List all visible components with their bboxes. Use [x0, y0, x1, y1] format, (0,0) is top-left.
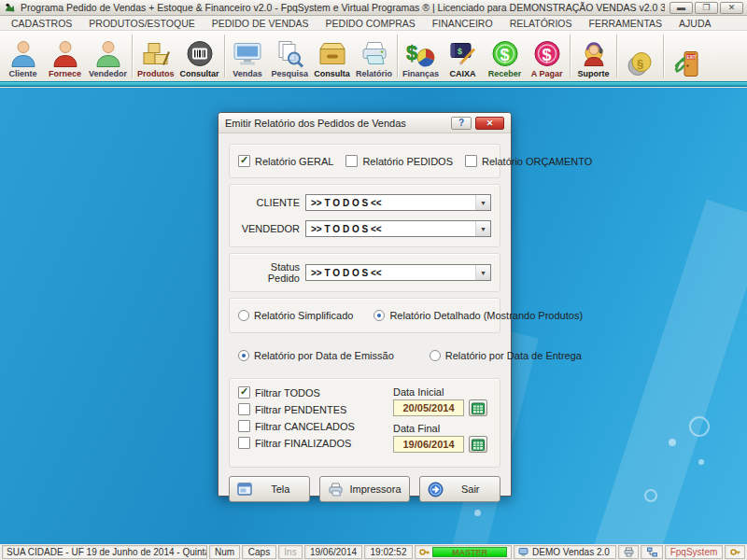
- radio-unselected-icon[interactable]: [238, 310, 249, 321]
- sair-button-label: Sair: [449, 483, 492, 495]
- radio-selected-icon[interactable]: [374, 310, 385, 321]
- data-final-field[interactable]: 19/06/2014: [393, 436, 464, 453]
- tela-button[interactable]: Tela: [229, 476, 310, 502]
- toolbar-separator: [663, 35, 664, 77]
- checkbox-unchecked-icon[interactable]: [238, 403, 250, 415]
- chevron-down-icon[interactable]: ▼: [475, 195, 490, 210]
- status-dropdown[interactable]: >> T O D O S << ▼: [305, 264, 491, 281]
- cashbook-icon: $: [448, 38, 478, 69]
- toolbar-button-financas[interactable]: $ Finanças: [400, 32, 442, 80]
- checkbox-filtrar-finalizados[interactable]: Filtrar FINALIZADOS: [238, 437, 393, 449]
- checkbox-filtrar-todos[interactable]: Filtrar TODOS: [238, 386, 393, 399]
- dialog-close-button[interactable]: ✕: [475, 117, 504, 130]
- checkbox-unchecked-icon[interactable]: [345, 155, 358, 167]
- cliente-label: CLIENTE: [238, 197, 300, 208]
- radio-data-emissao[interactable]: Relatório por Data de Emissão: [238, 350, 394, 361]
- radio-selected-icon[interactable]: [238, 350, 249, 361]
- dialog-help-button[interactable]: ?: [451, 117, 472, 130]
- toolbar-button-consulta[interactable]: Consulta: [311, 32, 353, 80]
- menu-pedido-de-vendas[interactable]: PEDIDO DE VENDAS: [204, 18, 317, 29]
- chevron-down-icon[interactable]: ▼: [475, 265, 490, 280]
- menu-cadastros[interactable]: CADASTROS: [3, 18, 80, 29]
- status-network[interactable]: [641, 545, 663, 559]
- toolbar-button-cliente[interactable]: Cliente: [2, 32, 44, 80]
- radio-unselected-icon[interactable]: [430, 350, 441, 361]
- toolbar-button-caixa[interactable]: $ CAIXA: [442, 32, 484, 80]
- toolbar-separator: [132, 35, 133, 77]
- desktop-bubble: [644, 489, 657, 502]
- chevron-down-icon[interactable]: ▼: [475, 221, 490, 236]
- checkbox-unchecked-icon[interactable]: [238, 437, 250, 449]
- toolbar-label: CAIXA: [450, 69, 476, 79]
- key-icon: [419, 547, 430, 557]
- status-date: 19/06/2014: [304, 545, 362, 559]
- calendar-picker-button[interactable]: [469, 399, 487, 416]
- toolbar-button-fornece[interactable]: Fornece: [44, 32, 86, 80]
- close-button[interactable]: ✕: [720, 2, 743, 14]
- checkbox-filtrar-pendentes[interactable]: Filtrar PENDENTES: [238, 403, 393, 415]
- receive-coin-icon: $: [490, 38, 520, 69]
- status-bar: SUA CIDADE - UF 19 de Junho de 2014 - Qu…: [0, 544, 747, 560]
- desktop-background: Emitir Relatório dos Pedidos de Vendas ?…: [0, 88, 747, 544]
- checkbox-label: Filtrar TODOS: [255, 387, 320, 399]
- toolbar-button-coin[interactable]: §: [619, 32, 661, 80]
- checkbox-label: Filtrar PENDENTES: [255, 404, 346, 415]
- minimize-button[interactable]: ▬: [669, 2, 693, 14]
- menu-ajuda[interactable]: AJUDA: [670, 18, 719, 29]
- svg-text:$: $: [458, 47, 462, 56]
- printer-icon: [359, 38, 389, 69]
- date-mode-group: Relatório por Data de Emissão Relatório …: [229, 339, 500, 372]
- radio-relatorio-detalhado[interactable]: Relatório Detalhado (Mostrando Produtos): [374, 310, 583, 321]
- toolbar-button-receber[interactable]: $ Receber: [484, 32, 526, 80]
- toolbar-label: Relatório: [356, 69, 392, 79]
- checkbox-relatorio-orcamento[interactable]: Relatório ORÇAMENTO: [465, 155, 592, 167]
- toolbar-button-vendas[interactable]: Vendas: [227, 32, 269, 80]
- menu-ferramentas[interactable]: FERRAMENTAS: [581, 18, 671, 29]
- menu-pedido-compras[interactable]: PEDIDO COMPRAS: [317, 18, 424, 29]
- filters-group: Filtrar TODOS Filtrar PENDENTES Filtrar …: [229, 378, 500, 468]
- data-inicial-field[interactable]: 20/05/2014: [393, 399, 464, 416]
- checkbox-checked-icon[interactable]: [238, 386, 250, 399]
- svg-text:$: $: [406, 41, 417, 64]
- toolbar-button-vendedor[interactable]: Vendedor: [86, 32, 130, 80]
- checkbox-filtrar-cancelados[interactable]: Filtrar CANCELADOS: [238, 420, 393, 432]
- menu-financeiro[interactable]: FINANCEIRO: [424, 18, 501, 29]
- main-toolbar: Cliente Fornece Vendedor Produtos Consul…: [0, 31, 747, 81]
- sair-button[interactable]: Sair: [419, 476, 500, 502]
- impressora-button[interactable]: Impressora: [319, 476, 409, 502]
- status-session[interactable]: [725, 545, 745, 559]
- radio-relatorio-simplificado[interactable]: Relatório Simplificado: [238, 310, 353, 321]
- checkbox-label: Relatório PEDIDOS: [362, 156, 453, 167]
- radio-data-entrega[interactable]: Relatório por Data de Entrega: [430, 350, 582, 361]
- cliente-dropdown[interactable]: >> T O D O S << ▼: [305, 194, 491, 211]
- toolbar-button-a-pagar[interactable]: $ A Pagar: [526, 32, 568, 80]
- status-time-text: 19:02:52: [371, 547, 407, 557]
- toolbar-button-relatorio[interactable]: Relatório: [353, 32, 395, 80]
- menu-relatorios[interactable]: RELATÓRIOS: [501, 18, 581, 29]
- toolbar-button-suporte[interactable]: Suporte: [572, 32, 614, 80]
- desktop-bubble: [474, 510, 481, 516]
- checkbox-checked-icon[interactable]: [238, 155, 250, 167]
- screen-icon: [237, 482, 253, 497]
- checkbox-label: Relatório ORÇAMENTO: [482, 156, 592, 167]
- toolbar-label: Vendedor: [89, 69, 127, 79]
- restore-button[interactable]: ❐: [695, 2, 718, 14]
- checkbox-relatorio-pedidos[interactable]: Relatório PEDIDOS: [345, 155, 453, 167]
- checkbox-relatorio-geral[interactable]: Relatório GERAL: [238, 155, 333, 167]
- desktop-bubble: [669, 439, 676, 446]
- status-printer[interactable]: [618, 545, 639, 559]
- dialog-titlebar[interactable]: Emitir Relatório dos Pedidos de Vendas ?…: [218, 113, 511, 133]
- seller-icon: [93, 38, 123, 69]
- checkbox-unchecked-icon[interactable]: [465, 155, 477, 167]
- toolbar-button-produtos[interactable]: Produtos: [134, 32, 177, 80]
- calendar-picker-button[interactable]: [469, 436, 487, 453]
- toolbar-label: Finanças: [402, 69, 439, 79]
- toolbar-button-exit[interactable]: EXIT: [666, 32, 708, 80]
- menu-bar: CADASTROS PRODUTOS/ESTOQUE PEDIDO DE VEN…: [0, 16, 747, 31]
- menu-produtos-estoque[interactable]: PRODUTOS/ESTOQUE: [80, 18, 203, 29]
- vendedor-dropdown[interactable]: >> T O D O S << ▼: [305, 220, 491, 237]
- toolbar-button-pesquisa[interactable]: Pesquisa: [269, 32, 312, 80]
- toolbar-button-consultar[interactable]: Consultar: [177, 32, 222, 80]
- radio-label: Relatório por Data de Emissão: [254, 350, 394, 361]
- checkbox-unchecked-icon[interactable]: [238, 420, 250, 432]
